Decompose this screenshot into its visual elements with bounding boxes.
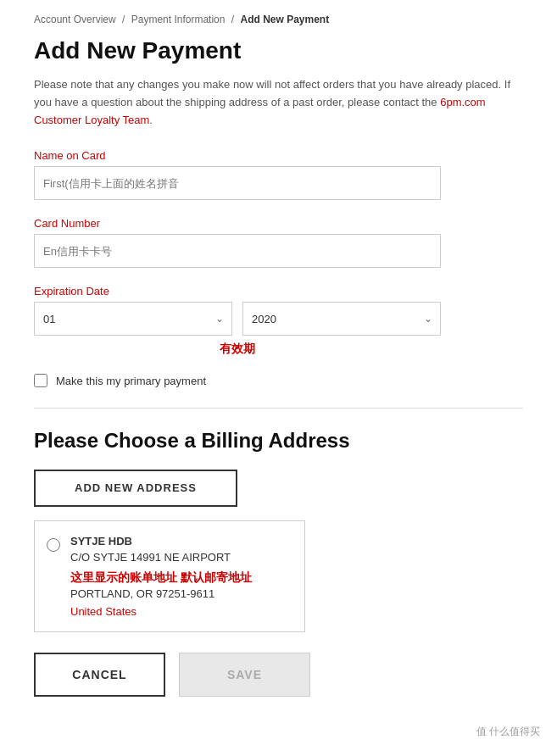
cancel-button[interactable]: CANCEL	[34, 653, 165, 697]
primary-payment-label[interactable]: Make this my primary payment	[56, 375, 206, 387]
section-divider	[34, 408, 523, 409]
notice-text: Please note that any changes you make no…	[34, 76, 523, 129]
year-select-wrapper: 2020 2021 2022 2023 2024 2025 2026 2027 …	[242, 302, 441, 336]
name-on-card-section: Name on Card	[34, 149, 523, 200]
address-radio[interactable]	[47, 538, 60, 552]
breadcrumb-separator-2: /	[231, 14, 234, 25]
address-name: SYTJE HDB	[70, 535, 292, 548]
add-new-address-button[interactable]: ADD NEW ADDRESS	[34, 470, 237, 507]
card-number-input[interactable]	[34, 234, 441, 268]
primary-payment-checkbox[interactable]	[34, 374, 47, 387]
expiration-date-section: Expiration Date 01 02 03 04 05 06 07 08 …	[34, 285, 523, 357]
address-annotation: 这里显示的账单地址 默认邮寄地址	[70, 570, 292, 586]
save-button: SAVE	[179, 653, 310, 697]
expiration-annotation: 有效期	[220, 342, 255, 355]
primary-payment-row: Make this my primary payment	[34, 374, 523, 387]
card-number-label: Card Number	[34, 217, 523, 230]
month-select-wrapper: 01 02 03 04 05 06 07 08 09 10 11 12 ⌄	[34, 302, 232, 336]
month-select[interactable]: 01 02 03 04 05 06 07 08 09 10 11 12	[34, 302, 232, 336]
breadcrumb-account[interactable]: Account Overview	[34, 14, 116, 25]
billing-section-title: Please Choose a Billing Address	[34, 429, 523, 453]
address-line1: C/O SYTJE 14991 NE AIRPORT	[70, 549, 292, 567]
expiration-row: 01 02 03 04 05 06 07 08 09 10 11 12 ⌄ 20	[34, 302, 441, 336]
address-option: SYTJE HDB C/O SYTJE 14991 NE AIRPORT 这里显…	[34, 520, 305, 632]
watermark: 值 什么值得买	[476, 725, 540, 739]
address-country: United States	[70, 605, 292, 618]
page-title: Add New Payment	[34, 37, 523, 64]
address-content: SYTJE HDB C/O SYTJE 14991 NE AIRPORT 这里显…	[70, 535, 292, 618]
breadcrumb-separator-1: /	[122, 14, 125, 25]
breadcrumb-current: Add New Payment	[240, 14, 329, 25]
action-buttons: CANCEL SAVE	[34, 653, 523, 697]
name-on-card-label: Name on Card	[34, 149, 523, 162]
expiration-date-label: Expiration Date	[34, 285, 523, 297]
breadcrumb: Account Overview / Payment Information /…	[34, 14, 523, 25]
address-line2: PORTLAND, OR 97251-9611	[70, 586, 292, 603]
name-on-card-input[interactable]	[34, 166, 441, 200]
breadcrumb-payment[interactable]: Payment Information	[131, 14, 226, 25]
card-number-section: Card Number	[34, 217, 523, 268]
year-select[interactable]: 2020 2021 2022 2023 2024 2025 2026 2027 …	[242, 302, 441, 336]
